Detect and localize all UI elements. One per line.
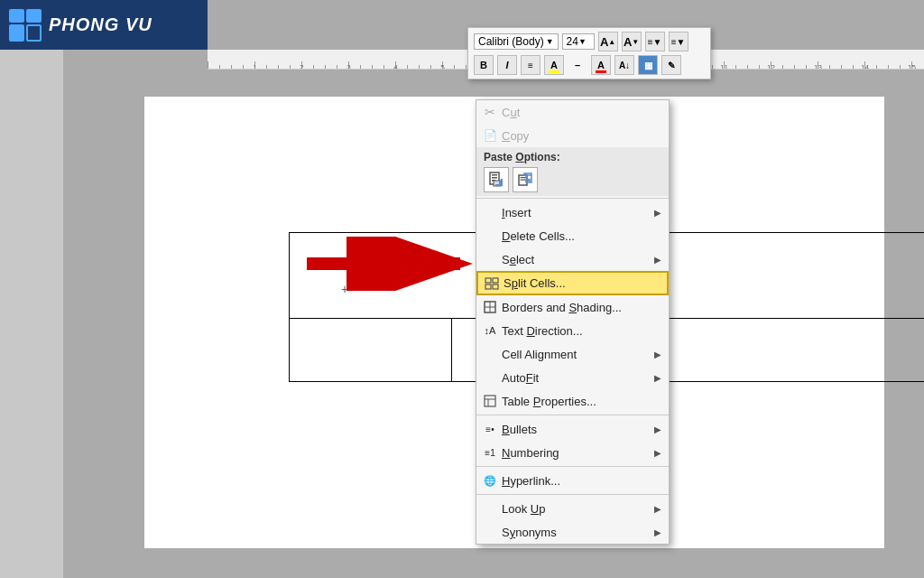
bullets-icon: ≡• [482,421,498,437]
svg-rect-4 [492,177,497,179]
align-button[interactable]: ≡ [521,55,541,75]
font-size-selector[interactable]: 24 ▼ [562,33,595,50]
menu-item-delete-cells[interactable]: Delete Cells... [476,224,669,247]
paste-icons-row [484,167,661,192]
cut-icon: ✂ [482,104,498,120]
paste-options-section: Paste Options: [476,147,669,196]
insert-submenu-arrow: ▶ [654,208,661,218]
font-dropdown-arrow[interactable]: ▼ [546,37,554,46]
logo-icon [9,9,42,42]
menu-item-text-direction[interactable]: ↕A Text Direction... [476,319,669,342]
table-properties-icon [482,393,498,409]
paste-options-label: Paste Options: [484,151,661,163]
paste-keep-source-button[interactable] [484,167,509,192]
shrink-font-button[interactable]: A▼ [622,32,642,51]
menu-item-select[interactable]: Select ▶ [476,247,669,271]
paste-merge-format-button[interactable] [513,167,538,192]
menu-item-autofit[interactable]: AutoFit ▶ [476,366,669,389]
italic-button[interactable]: I [497,55,517,75]
menu-item-bullets[interactable]: ≡• Bullets ▶ [476,417,669,441]
split-cells-icon [484,275,500,292]
hyperlink-icon: 🌐 [482,472,498,489]
context-menu: ✂ Cut 📄 Copy Paste Options: [476,99,670,545]
svg-rect-17 [485,396,495,406]
font-color-button[interactable]: A [591,55,611,75]
grow-font-button[interactable]: A▲ [598,32,618,51]
svg-rect-9 [521,180,526,181]
menu-item-cell-alignment[interactable]: Cell Alignment ▶ [476,342,669,366]
font-name-selector[interactable]: Calibri (Body) ▼ [474,33,559,50]
format-button2[interactable]: ≡▼ [669,32,688,51]
table-style-button2[interactable]: ✎ [661,55,681,75]
numbering-icon: ≡1 [482,444,498,461]
font-size-dropdown-arrow[interactable]: ▼ [578,37,587,46]
menu-item-borders-shading[interactable]: Borders and Shading... [476,295,669,319]
logo-text: PHONG VU [49,14,152,35]
copy-icon: 📄 [482,127,498,144]
numbering-submenu-arrow: ▶ [654,448,661,458]
select-submenu-arrow: ▶ [654,255,661,265]
svg-rect-11 [493,278,498,283]
cell-alignment-submenu-arrow: ▶ [654,350,661,359]
menu-item-synonyms[interactable]: Synonyms ▶ [476,520,669,544]
bold-button[interactable]: B [474,55,494,75]
floating-font-toolbar: Calibri (Body) ▼ 24 ▼ A▲ A▼ ≡▼ ≡▼ B I ≡ … [467,27,711,79]
table-cell-bottom-left[interactable] [290,319,452,382]
text-direction-icon: ↕A [482,322,498,339]
logo-area: PHONG VU [0,0,208,50]
separator-after-table-props [476,415,669,415]
borders-shading-icon [482,299,498,315]
svg-rect-3 [492,174,497,176]
bullets-submenu-arrow: ▶ [654,424,661,434]
format-button1[interactable]: ≡▼ [645,32,665,51]
svg-rect-12 [485,284,491,289]
left-sidebar [0,50,63,578]
synonyms-submenu-arrow: ▶ [654,527,661,537]
svg-rect-10 [485,278,491,283]
highlight-button[interactable]: A [544,55,564,75]
separator-after-paste [476,198,669,199]
table-style-button1[interactable]: ▦ [638,55,658,75]
separator1: – [568,55,587,75]
menu-item-lookup[interactable]: Look Up ▶ [476,497,669,520]
menu-item-copy[interactable]: 📄 Copy [476,124,669,147]
lookup-submenu-arrow: ▶ [654,504,661,514]
menu-item-table-properties[interactable]: Table Properties... [476,389,669,413]
menu-item-hyperlink[interactable]: 🌐 Hyperlink... [476,469,669,492]
menu-item-cut[interactable]: ✂ Cut [476,100,669,124]
text-effect-button[interactable]: A↓ [614,55,634,75]
separator-after-hyperlink [476,494,669,495]
menu-item-insert[interactable]: Insert ▶ [476,200,669,224]
svg-rect-8 [521,177,526,178]
red-arrow [298,237,478,291]
menu-item-split-cells[interactable]: Split Cells... [476,271,669,295]
svg-rect-13 [493,284,498,289]
menu-item-numbering[interactable]: ≡1 Numbering ▶ [476,441,669,464]
separator-after-numbering [476,466,669,467]
autofit-submenu-arrow: ▶ [654,373,661,383]
